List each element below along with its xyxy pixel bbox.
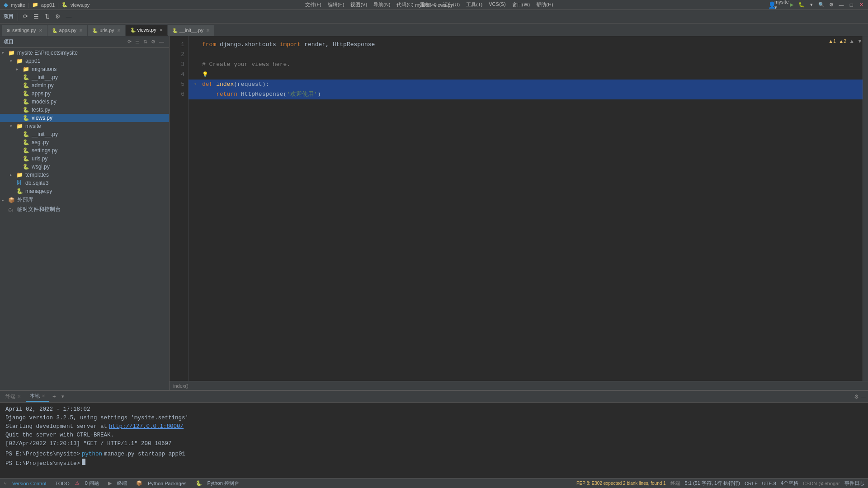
tree-init-app01[interactable]: 🐍 __init__.py xyxy=(0,73,169,81)
terminal-add-btn[interactable]: + xyxy=(51,393,58,400)
search-icon[interactable]: 🔍 xyxy=(818,2,825,8)
debug-btn[interactable]: 🐛 xyxy=(798,2,805,8)
tree-urls[interactable]: 🐍 urls.py xyxy=(0,155,169,163)
tab-apps[interactable]: 🐍 apps.py ✕ xyxy=(47,25,88,36)
warning-triangle-2[interactable]: ▲2 xyxy=(839,38,846,44)
editor-scroll-up[interactable]: ▲ xyxy=(849,38,854,44)
tab-init[interactable]: 🐍 __init__.py ✕ xyxy=(168,25,215,36)
editor-scroll-down[interactable]: ▼ xyxy=(857,38,863,44)
menu-window[interactable]: 窗口(W) xyxy=(509,0,533,9)
more-run-btn[interactable]: ▾ xyxy=(808,2,815,8)
terminal-status-label[interactable]: 终端 xyxy=(117,480,127,487)
encoding-label[interactable]: UTF-8 xyxy=(762,481,776,486)
warning-triangle-1[interactable]: ▲1 xyxy=(828,38,836,44)
code-content[interactable]: from django.shortcuts import render, Htt… xyxy=(189,36,863,381)
panel-settings-icon[interactable]: ⚙ xyxy=(150,38,157,45)
tab-apps-close[interactable]: ✕ xyxy=(79,28,83,33)
terminal-chevron[interactable]: ▾ xyxy=(60,394,66,399)
panel-sync-icon[interactable]: ⟳ xyxy=(126,38,133,45)
tree-mysite-init[interactable]: 🐍 __init__.py xyxy=(0,130,169,138)
tree-root[interactable]: ▾ 📁 mysite E:\Projects\mysite xyxy=(0,49,169,57)
menu-help[interactable]: 帮助(H) xyxy=(533,0,556,9)
tree-manage[interactable]: 🐍 manage.py xyxy=(0,187,169,195)
tab-init-close[interactable]: ✕ xyxy=(206,28,210,33)
migrations-label: migrations xyxy=(32,66,57,72)
menu-code[interactable]: 代码(C) xyxy=(394,0,416,9)
menu-tools[interactable]: 工具(T) xyxy=(463,0,485,9)
terminal-minimize-icon[interactable]: — xyxy=(861,394,866,400)
line-col-info[interactable]: 5:1 (51 字符, 1行 执行行) xyxy=(685,480,740,487)
event-log-label[interactable]: 事件日志 xyxy=(844,480,864,487)
minimize-btn[interactable]: — xyxy=(838,2,844,8)
vcs-label[interactable]: Version Control xyxy=(12,481,46,486)
tree-tests[interactable]: 🐍 tests.py xyxy=(0,106,169,114)
panel-list-icon[interactable]: ☰ xyxy=(134,38,141,45)
editor-scrollbar[interactable] xyxy=(863,36,868,381)
collapse-btn[interactable]: — xyxy=(64,12,74,22)
spaces-label[interactable]: 4个空格 xyxy=(781,480,798,487)
mysite-folder-label: mysite xyxy=(25,123,41,129)
menu-edit[interactable]: 编辑(E) xyxy=(325,0,347,9)
panel-sort-icon[interactable]: ⇅ xyxy=(142,38,149,45)
problems-label[interactable]: 0 问题 xyxy=(85,480,99,487)
code-line-6[interactable]: return HttpResponse( '欢迎使用' ) xyxy=(189,89,863,99)
tree-external[interactable]: ▸ 📦 外部库 xyxy=(0,195,169,205)
python-console-label[interactable]: Python 控制台 xyxy=(208,480,239,487)
code-editor[interactable]: 1 2 3 4 5 6 from django.shortcuts import… xyxy=(170,36,868,381)
tree-db[interactable]: 🗄 db.sqlite3 xyxy=(0,179,169,187)
code-line-2 xyxy=(194,50,863,60)
settings-icon[interactable]: ⚙ xyxy=(828,2,835,8)
menu-view[interactable]: 视图(V) xyxy=(348,0,370,9)
term-server-link[interactable]: http://127.0.0.1:8000/ xyxy=(109,422,184,431)
tab-views[interactable]: 🐍 views.py ✕ xyxy=(126,25,168,36)
file-icon: 🐍 xyxy=(61,2,68,8)
code-line-5[interactable]: ▾ def index (request): xyxy=(189,80,863,89)
tab-urls[interactable]: 🐍 urls.py ✕ xyxy=(88,25,125,36)
user-icon[interactable]: 👤 xyxy=(769,2,775,8)
tree-mysite[interactable]: ▾ 📁 mysite xyxy=(0,122,169,130)
tree-models[interactable]: 🐍 models.py xyxy=(0,98,169,106)
current-file-name[interactable]: views.py xyxy=(71,2,90,8)
python-packages-label[interactable]: Python Packages xyxy=(148,481,187,486)
tab-views-close[interactable]: ✕ xyxy=(159,28,163,33)
tab-urls-close[interactable]: ✕ xyxy=(117,28,121,33)
bulb-icon[interactable]: 💡 xyxy=(202,70,208,80)
sync-btn[interactable]: ⟳ xyxy=(20,12,30,22)
menu-navigate[interactable]: 导航(N) xyxy=(371,0,393,9)
terminal-tab-local[interactable]: 本地 ✕ xyxy=(26,392,49,402)
tree-asgi[interactable]: 🐍 asgi.py xyxy=(0,138,169,146)
crlf-label[interactable]: CRLF xyxy=(745,481,758,486)
title-bar: ◆ mysite | 📁 app01 | 🐍 views.py 文件(F) 编辑… xyxy=(0,0,868,10)
run-btn[interactable]: ▶ xyxy=(788,2,795,8)
tree-admin[interactable]: 🐍 admin.py xyxy=(0,81,169,89)
tab-settings[interactable]: ⚙ settings.py ✕ xyxy=(2,25,47,36)
admin-icon: 🐍 xyxy=(23,82,30,89)
sort-btn[interactable]: ⇅ xyxy=(42,12,52,22)
menu-vcs[interactable]: VCS(S) xyxy=(486,0,508,9)
project-name-btn[interactable]: mysite ▾ xyxy=(778,2,785,8)
tree-templates[interactable]: ▸ 📁 templates xyxy=(0,171,169,179)
panel-collapse-icon[interactable]: — xyxy=(158,38,165,45)
list-btn[interactable]: ☰ xyxy=(31,12,41,22)
tree-migrations[interactable]: ▸ 📁 migrations xyxy=(0,65,169,73)
project-name[interactable]: mysite xyxy=(11,2,25,8)
project-folder-name[interactable]: app01 xyxy=(41,2,55,8)
gear-btn[interactable]: ⚙ xyxy=(53,12,63,22)
tree-temp[interactable]: 🗂 临时文件和控制台 xyxy=(0,205,169,214)
terminal-settings-icon[interactable]: ⚙ xyxy=(854,394,859,400)
tree-wsgi[interactable]: 🐍 wsgi.py xyxy=(0,163,169,171)
todo-label[interactable]: TODO xyxy=(55,481,70,486)
close-btn[interactable]: ✕ xyxy=(858,2,864,8)
menu-file[interactable]: 文件(F) xyxy=(302,0,324,9)
terminal-content[interactable]: April 02, 2022 - 17:18:02 Django version… xyxy=(0,403,868,478)
tree-apps[interactable]: 🐍 apps.py xyxy=(0,89,169,98)
maximize-btn[interactable]: □ xyxy=(848,2,854,8)
tree-views[interactable]: 🐍 views.py xyxy=(0,114,169,122)
init-app01-icon: 🐍 xyxy=(23,74,30,80)
tree-settings[interactable]: 🐍 settings.py xyxy=(0,146,169,155)
manage-label: 终端 xyxy=(670,480,680,487)
terminal-tab-terminal[interactable]: 终端 ✕ xyxy=(2,392,24,402)
tab-settings-close[interactable]: ✕ xyxy=(39,28,42,33)
tree-app01[interactable]: ▾ 📁 app01 xyxy=(0,57,169,65)
term-django-version: Django version 3.2.5, using settings 'my… xyxy=(5,414,189,422)
